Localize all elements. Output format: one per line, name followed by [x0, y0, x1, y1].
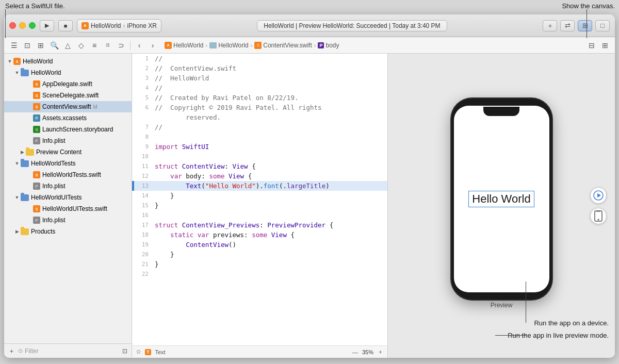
tree-item-hwuitests-swift[interactable]: S HelloWorldUITests.swift: [4, 203, 132, 214]
warning-btn[interactable]: △: [62, 40, 73, 51]
xcode-window: ▶ ■ A HelloWorld › iPhone XR HelloWorld …: [4, 14, 615, 358]
code-line-19: 19 ContentView(): [132, 240, 387, 250]
tree-item-hwtests-swift[interactable]: S HelloWorldTests.swift: [4, 169, 132, 180]
navigator-toggle[interactable]: ☰: [8, 40, 20, 51]
hierarchy-btn[interactable]: ⊃: [116, 40, 127, 51]
swift-icon-contentview: S: [33, 103, 40, 110]
inspector-btn[interactable]: ⊞: [599, 40, 611, 51]
canvas-toggle-button[interactable]: □: [595, 20, 610, 31]
line-content-6b: reserved.: [153, 112, 387, 122]
play-circle-icon: [593, 190, 604, 201]
tree-item-infoplist-3[interactable]: P Info.plist: [4, 214, 132, 226]
line-num-22: 22: [134, 269, 153, 279]
toolbar: ☰ ⊡ ⊞ 🔍 △ ◇ ≡ ⌗ ⊃ ‹ › A HelloWorld › Hel…: [4, 37, 615, 54]
line-num-13: 13: [134, 181, 153, 191]
tree-item-launchscreen[interactable]: S LaunchScreen.storyboard: [4, 124, 132, 135]
line-content-1: //: [153, 54, 387, 63]
breadcrumb-contentview[interactable]: S ContentView.swift: [254, 42, 312, 49]
tree-item-infoplist-1[interactable]: P Info.plist: [4, 135, 132, 146]
code-line-2: 2 // ContentView.swift: [132, 63, 387, 73]
tree-item-root[interactable]: A HelloWorld: [4, 56, 132, 67]
toolbar-right-icons: ⊟ ⊞: [586, 40, 611, 51]
swift-icon-1: S: [254, 42, 262, 49]
nav-next[interactable]: ›: [147, 40, 158, 51]
disclose-root[interactable]: [6, 58, 13, 65]
hw-folder-label: HelloWorld: [31, 69, 61, 76]
run-on-device-button[interactable]: [590, 208, 607, 224]
tag-btn[interactable]: ⌗: [102, 40, 113, 51]
tree-item-scenedelegate[interactable]: S SceneDelegate.swift: [4, 90, 132, 101]
tree-item-products[interactable]: Products: [4, 226, 132, 237]
line-num-20: 20: [134, 250, 153, 259]
close-button[interactable]: [9, 22, 16, 29]
assets-icon: ⊞: [33, 114, 40, 122]
disclose-hw-folder[interactable]: [13, 69, 21, 76]
search-btn[interactable]: 🔍: [48, 40, 60, 51]
minimize-button[interactable]: [19, 22, 26, 29]
line-content-7: //: [153, 122, 387, 132]
appdelegate-label: AppDelegate.swift: [42, 80, 92, 88]
editor-layout-button[interactable]: ⊞: [578, 20, 592, 31]
storyboard-icon: S: [33, 126, 40, 133]
tree-item-preview-content[interactable]: Preview Content: [4, 146, 132, 158]
disclose-products[interactable]: [13, 228, 21, 235]
disclose-preview-content[interactable]: [19, 148, 26, 156]
line-num-10: 10: [134, 152, 153, 161]
add-button[interactable]: ＋: [543, 20, 557, 31]
line-content-14: }: [153, 191, 387, 201]
tree-item-hwtests-folder[interactable]: HelloWorldTests: [4, 158, 132, 169]
disclose-hwuitests[interactable]: [13, 194, 21, 201]
play-button[interactable]: ▶: [40, 20, 54, 31]
line-content-16: [153, 210, 387, 220]
code-area[interactable]: 1 // 2 // ContentView.swift 3 // HelloWo…: [132, 54, 387, 345]
line-num-9: 9: [134, 142, 153, 152]
scheme-icon: A: [82, 22, 89, 29]
code-line-3: 3 // HelloWorld: [132, 73, 387, 83]
code-line-1: 1 //: [132, 54, 387, 63]
folder-icon-hw: [21, 70, 29, 76]
stop-button[interactable]: ■: [58, 20, 73, 31]
plist-icon-3: P: [33, 217, 40, 224]
breadcrumb-helloworld-folder[interactable]: HelloWorld: [209, 42, 248, 49]
disclose-hwtests[interactable]: [13, 160, 21, 167]
preview-label: Preview: [491, 300, 513, 313]
add-file-button[interactable]: ＋: [8, 346, 15, 356]
line-num-4: 4: [134, 83, 153, 93]
tree-item-appdelegate[interactable]: S AppDelegate.swift: [4, 78, 132, 90]
nav-prev[interactable]: ‹: [134, 40, 145, 51]
hwtests-label: HelloWorldTests: [31, 160, 75, 167]
plist-icon-1: P: [33, 137, 40, 144]
tree-item-hwuitests-folder[interactable]: HelloWorldUITests: [4, 192, 132, 203]
canvas-area: Hello World Preview: [388, 54, 615, 358]
line-num-6: 6: [134, 103, 153, 112]
preview-content-label: Preview Content: [36, 148, 82, 156]
hwtests-swift-label: HelloWorldTests.swift: [42, 171, 101, 178]
tree-item-helloworld-folder[interactable]: HelloWorld: [4, 67, 132, 78]
sort-button[interactable]: ⊡: [122, 348, 127, 355]
swift-icon-appdelegate: S: [33, 80, 40, 88]
line-num-2: 2: [134, 63, 153, 73]
file-inspector[interactable]: ⊡: [22, 40, 33, 51]
tree-item-infoplist-2[interactable]: P Info.plist: [4, 180, 132, 192]
tree-item-assets[interactable]: ⊞ Assets.xcassets: [4, 112, 132, 124]
breadcrumb-body[interactable]: P body: [318, 42, 339, 49]
root-label: HelloWorld: [23, 58, 53, 65]
maximize-button[interactable]: [29, 22, 36, 29]
list-btn[interactable]: ≡: [89, 40, 100, 51]
grid-view[interactable]: ⊞: [35, 40, 46, 51]
diamond-btn[interactable]: ◇: [75, 40, 87, 51]
breadcrumb-helloworld[interactable]: A HelloWorld: [165, 42, 203, 49]
main-content: A HelloWorld HelloWorld S AppDelegate.sw…: [4, 54, 615, 358]
plus-icon[interactable]: ＋: [378, 348, 383, 356]
scheme-selector[interactable]: A HelloWorld › iPhone XR: [77, 19, 161, 32]
line-num-7: 7: [134, 122, 153, 132]
ann-line-br-h: [495, 335, 526, 336]
code-line-12: 12 var body: some View {: [132, 171, 387, 181]
filter-input-container[interactable]: ⊙ Filter: [18, 348, 119, 355]
helloworld-proj-icon: A: [165, 42, 172, 49]
tree-item-contentview[interactable]: S ContentView.swift M: [4, 101, 132, 112]
live-preview-button[interactable]: [590, 187, 607, 204]
source-control-button[interactable]: ⇄: [560, 20, 575, 31]
split-editor-btn[interactable]: ⊟: [586, 40, 597, 51]
line-content-4: //: [153, 83, 387, 93]
